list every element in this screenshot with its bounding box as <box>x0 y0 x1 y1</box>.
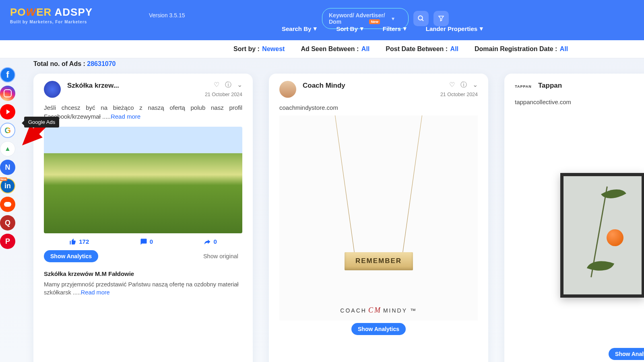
chevron-down-icon: ▾ <box>403 25 407 32</box>
sort-by-filter[interactable]: Sort by : Newest <box>233 45 285 53</box>
svg-point-0 <box>418 16 423 20</box>
shares-stat: 0 <box>204 238 217 245</box>
quora-icon[interactable]: Q <box>0 215 15 230</box>
instagram-icon[interactable] <box>0 86 15 101</box>
ad-domain: coachmindystore.com <box>279 103 478 112</box>
top-bar: POWER ADSPY Built by Marketers, For Mark… <box>0 0 644 40</box>
ad-text: Jeśli chcesz być na bieżąco z naszą ofer… <box>44 103 242 121</box>
google-ads-tooltip: Google Ads <box>24 117 59 128</box>
ad-creative-image[interactable]: REMEMBER COACHCMMINDY ™ <box>279 115 478 321</box>
advertiser-avatar[interactable] <box>44 81 61 98</box>
chevron-down-icon: ▾ <box>360 25 363 32</box>
comments-stat: 0 <box>140 238 153 245</box>
post-date-filter[interactable]: Post Date Between : All <box>386 45 458 53</box>
ad-date: 21 October 2024 <box>440 92 478 97</box>
heart-icon[interactable]: ♡ <box>214 81 219 89</box>
read-more-link[interactable]: Read more <box>81 289 110 296</box>
likes-stat: 172 <box>69 238 89 245</box>
filter-bar: Sort by : Newest Ad Seen Between : All P… <box>0 40 644 58</box>
advertiser-name[interactable]: Coach Mindy <box>303 82 345 90</box>
filter-icon <box>438 15 445 22</box>
google-ads-icon[interactable] <box>0 141 15 156</box>
chevron-down-icon: ▾ <box>480 25 483 32</box>
nav-sort-by[interactable]: New Sort By▾ <box>336 25 363 32</box>
ad-domain: tappancollective.com <box>515 98 644 107</box>
nav-lander-properties[interactable]: Lander Properties▾ <box>426 25 483 32</box>
native-icon[interactable]: N <box>0 160 15 175</box>
logo: POWER ADSPY Built by Marketers, For Mark… <box>10 6 93 24</box>
info-icon[interactable]: ⓘ <box>460 81 467 89</box>
advertiser-avatar[interactable]: TAPPAN <box>515 81 532 92</box>
nav-filters[interactable]: Filters▾ <box>383 25 407 32</box>
platform-rail: f G N inNew Q P Google Ads <box>0 58 15 362</box>
linkedin-icon[interactable]: inNew <box>0 178 15 193</box>
show-analytics-button[interactable]: Show Analytics <box>351 323 406 335</box>
total-ads-label: Total no. of Ads : 28631070 <box>33 60 644 68</box>
logo-text: POWER ADSPY <box>10 6 93 19</box>
show-original-link[interactable]: Show original <box>199 250 242 262</box>
show-analytics-button[interactable]: Show Analytics <box>609 348 644 360</box>
ad-subtitle: Szkółka krzewów M.M Fałdowie <box>44 270 242 277</box>
youtube-icon[interactable] <box>0 104 15 119</box>
read-more-link[interactable]: Read more <box>111 113 140 120</box>
chevron-down-icon: ▾ <box>314 25 317 32</box>
ad-seen-filter[interactable]: Ad Seen Between : All <box>301 45 369 53</box>
ad-creative-image[interactable] <box>560 173 644 298</box>
ad-date: 21 October 2024 <box>205 92 242 97</box>
chevron-down-icon[interactable]: ⌄ <box>473 81 478 89</box>
search-icon <box>417 15 425 22</box>
reddit-icon[interactable] <box>0 197 15 212</box>
svg-line-1 <box>422 19 423 21</box>
pinterest-icon[interactable]: P <box>0 234 15 249</box>
filter-button[interactable] <box>433 11 449 26</box>
advertiser-avatar[interactable] <box>279 81 296 98</box>
facebook-icon[interactable]: f <box>0 67 15 82</box>
heart-icon[interactable]: ♡ <box>449 81 455 89</box>
ad-subdesc: Mamy przyjemność przedstawić Państwu nas… <box>44 280 242 297</box>
ad-creative-image[interactable] <box>44 127 242 233</box>
info-icon[interactable]: ⓘ <box>225 81 231 89</box>
domain-reg-filter[interactable]: Domain Registration Date : All <box>475 45 568 53</box>
engagement-stats: 172 0 0 <box>44 238 242 245</box>
nav-search-by[interactable]: Search By▾ <box>282 25 317 32</box>
search-button[interactable] <box>413 11 429 26</box>
pendant-text: REMEMBER <box>345 252 413 270</box>
show-analytics-button[interactable]: Show Analytics <box>44 250 98 262</box>
chevron-down-icon: ▾ <box>392 15 394 22</box>
version-label: Version 3.5.15 <box>149 12 185 19</box>
ad-card: Szkółka krzew... ♡ ⓘ ⌄ 21 October 2024 J… <box>33 74 253 362</box>
nav-menu: Search By▾ New Sort By▾ Filters▾ Lander … <box>282 25 483 32</box>
advertiser-name[interactable]: Szkółka krzew... <box>67 82 119 90</box>
tagline: Built by Marketers, For Marketers <box>10 20 93 24</box>
ad-card: Coach Mindy ♡ ⓘ ⌄ 21 October 2024 coachm… <box>269 74 488 362</box>
chevron-down-icon[interactable]: ⌄ <box>237 81 242 89</box>
brand-mark: COACHCMMINDY ™ <box>340 306 417 315</box>
new-badge: New <box>0 177 7 181</box>
google-icon[interactable]: G <box>0 123 15 138</box>
new-badge: New <box>369 19 380 24</box>
advertiser-name[interactable]: Tappan <box>538 82 562 90</box>
search-placeholder: Keyword/ Advertiser/ Dom <box>329 12 392 25</box>
